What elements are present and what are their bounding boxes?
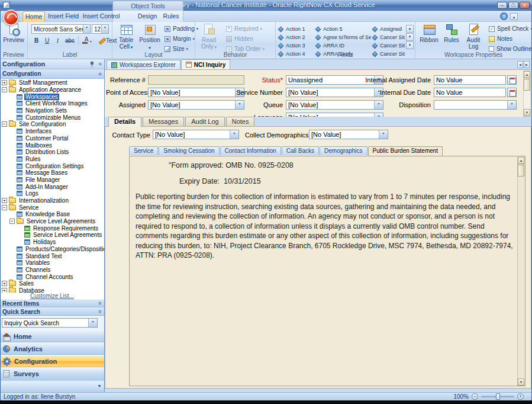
tree-item-add-in-manager[interactable]: Add-In Manager [0, 183, 104, 190]
minimize-button[interactable] [497, 2, 507, 9]
inner-tab-contact-information[interactable]: Contact Information [220, 146, 281, 155]
tree-expander-icon[interactable]: + [2, 80, 7, 85]
scrollbar-thumb[interactable] [524, 79, 530, 91]
bold-button[interactable]: B [31, 36, 41, 45]
tree-item-service-level-agreements[interactable]: −Service Level Agreements [0, 218, 104, 225]
position-button[interactable]: Position [138, 23, 161, 53]
tree-item-client-workflow-images[interactable]: Client Workflow Images [0, 100, 104, 107]
tree-item-channels[interactable]: Channels [0, 267, 104, 274]
table-cell-button[interactable]: Table Cell [115, 23, 137, 53]
nav-button-configuration[interactable]: Configuration [0, 355, 104, 367]
field-item-cancer-site-1[interactable]: Cancer Site 1 [372, 33, 405, 41]
form-field-language[interactable]: [No Value] [286, 113, 383, 117]
inner-tab-public-burden-statement[interactable]: Public Burden Statement [368, 146, 443, 156]
scroll-up-icon[interactable] [406, 25, 414, 33]
chevron-down-icon[interactable] [374, 113, 383, 117]
field-item-agree-toterms-of-service[interactable]: Agree toTerms of Service [315, 33, 371, 41]
chevron-up-icon[interactable] [97, 72, 103, 76]
maximize-button[interactable] [508, 2, 518, 9]
detail-tab-messages[interactable]: Messages [143, 117, 184, 126]
tree-item-application-appearance[interactable]: −Application Appearance [0, 86, 104, 94]
scroll-more-icon[interactable] [406, 41, 414, 49]
detail-tab-notes[interactable]: Notes [226, 117, 255, 126]
notes-button[interactable]: Notes [486, 34, 532, 43]
quick-search-combo[interactable]: Inquiry Quick Search [2, 318, 98, 328]
scroll-up-icon[interactable] [524, 71, 530, 78]
read-only-button[interactable]: Read Only [198, 23, 220, 53]
field-item-arra-id[interactable]: ARRA ID [315, 41, 371, 50]
scroll-up-icon[interactable] [518, 157, 524, 164]
tree-item-file-manager[interactable]: File Manager [0, 177, 104, 184]
detail-tab-audit-log[interactable]: Audit Log [185, 117, 224, 126]
close-button[interactable] [520, 2, 530, 9]
scroll-down-icon[interactable] [518, 379, 524, 386]
font-name-combo[interactable]: Microsoft Sans Ser [31, 24, 91, 34]
tree-item-products-categories-dispositions[interactable]: Products/Categories/Dispositions [0, 246, 104, 253]
pushpin-icon[interactable] [89, 61, 95, 68]
tree-expander-icon[interactable]: − [2, 121, 7, 127]
chevron-down-icon[interactable] [83, 25, 90, 33]
tree-item-site-configuration[interactable]: −Site Configuration [0, 121, 104, 128]
inner-tab-call-backs[interactable]: Call Backs [282, 146, 319, 155]
checkbox-icon[interactable] [489, 46, 494, 52]
hidden-button[interactable]: Hidden [224, 34, 267, 43]
font-color-button[interactable]: A [80, 36, 92, 45]
section-header-quick-search[interactable]: Quick Search [0, 307, 104, 316]
strikethrough-button[interactable]: abc [63, 36, 76, 45]
zoom-out-button[interactable]: − [472, 393, 478, 400]
field-item-action-3[interactable]: Action 3 [278, 41, 314, 50]
scroll-down-icon[interactable] [406, 33, 414, 41]
underline-button[interactable]: U [42, 36, 52, 45]
chevron-down-icon[interactable] [230, 130, 238, 139]
nav-button-analytics[interactable]: Analytics [0, 343, 104, 355]
form-field-disposition[interactable] [434, 100, 517, 110]
ribbon-tab-design[interactable]: Design [135, 11, 160, 22]
tree-item-service-level-agreements[interactable]: Service Level Agreements [0, 232, 104, 239]
chevron-down-icon[interactable] [97, 302, 103, 305]
detail-tab-details[interactable]: Details [108, 117, 141, 127]
ribbon-properties-button[interactable]: Ribbon [418, 23, 440, 53]
ribbon-tab-home[interactable]: Home [22, 11, 45, 22]
form-field-internal-due-date[interactable]: No Value [434, 88, 506, 97]
spell-check-button[interactable]: Spell Check [486, 24, 532, 33]
audit-log-button[interactable]: Audit Log [462, 23, 485, 53]
tree-item-response-requirements[interactable]: Response Requirements [0, 225, 104, 232]
field-item-action-5[interactable]: Action 5 [315, 25, 371, 33]
field-item-assigned[interactable]: Assigned [372, 25, 405, 33]
tree-item-customizable-menus[interactable]: Customizable Menus [0, 114, 104, 121]
field-item-action-2[interactable]: Action 2 [278, 33, 314, 41]
inner-tab-smoking-cessation[interactable]: Smoking Cessation [159, 146, 219, 155]
chevron-down-icon[interactable] [88, 319, 97, 327]
inner-tab-service[interactable]: Service [129, 146, 158, 155]
tree-item-standard-text[interactable]: Standard Text [0, 252, 104, 259]
tree-expander-icon[interactable]: + [2, 198, 7, 203]
application-menu-button[interactable] [3, 9, 19, 25]
tree-item-knowledge-base[interactable]: Knowledge Base [0, 211, 104, 218]
tree-item-staff-management[interactable]: +Staff Management [0, 79, 104, 86]
tree-item-holidays[interactable]: Holidays [0, 239, 104, 246]
ribbon-tab-insert-control[interactable]: Insert Control [82, 11, 121, 22]
chevron-down-icon[interactable] [101, 25, 108, 33]
tree-expander-icon[interactable]: − [2, 87, 7, 92]
nav-pane-options-bar[interactable] [0, 380, 104, 392]
form-field-contact-type[interactable]: [No Value] [153, 130, 239, 139]
preview-button[interactable]: Preview [2, 23, 25, 53]
tree-item-distribution-lists[interactable]: Distribution Lists [0, 149, 104, 156]
tree-expander-icon[interactable]: + [2, 288, 7, 293]
tree-item-internationalization[interactable]: +Internationalization [0, 197, 104, 204]
customize-list-link[interactable]: Customize List... [0, 293, 104, 299]
tree-item-database[interactable]: +Database [0, 287, 104, 293]
section-header-recent-items[interactable]: Recent Items [0, 299, 104, 307]
font-size-combo[interactable]: 12 [92, 24, 109, 34]
tree-expander-icon[interactable]: + [2, 281, 7, 286]
collapse-pane-icon[interactable] [98, 61, 102, 67]
ribbon-tab-rules[interactable]: Rules [161, 11, 181, 22]
tree-item-customer-portal[interactable]: Customer Portal [0, 135, 104, 142]
form-field-collect-demographics[interactable]: [No Value] [309, 130, 388, 139]
tree-item-navigation-sets[interactable]: Navigation Sets [0, 107, 104, 114]
content-scrollbar[interactable] [517, 157, 525, 386]
calendar-icon[interactable] [507, 75, 517, 85]
tree-item-configuration-settings[interactable]: Configuration Settings [0, 162, 104, 169]
ribbon-tab-insert-field[interactable]: Insert Field [46, 11, 80, 22]
nav-button-home[interactable]: Home [0, 331, 104, 342]
